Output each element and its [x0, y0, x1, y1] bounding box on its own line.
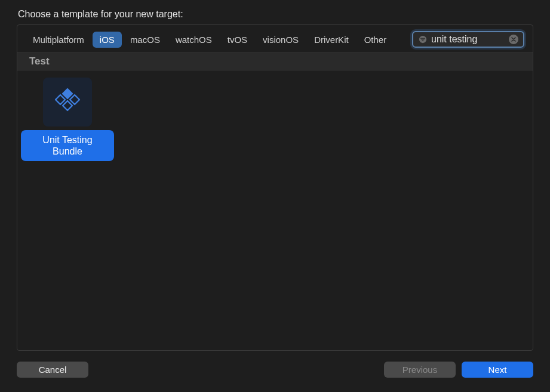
template-label: Unit Testing Bundle: [21, 130, 114, 161]
templates-area: Unit Testing Bundle: [17, 70, 533, 350]
tab-tvos[interactable]: tvOS: [220, 32, 254, 48]
dialog-title: Choose a template for your new target:: [0, 0, 550, 24]
template-icon-box: [43, 78, 92, 126]
previous-button: Previous: [384, 362, 456, 378]
section-header-label: Test: [29, 55, 50, 67]
next-button[interactable]: Next: [462, 362, 533, 378]
search-field-container: [412, 31, 524, 48]
footer: Cancel Previous Next: [0, 351, 550, 392]
template-chooser-dialog: Choose a template for your new target: M…: [0, 0, 550, 392]
template-unit-testing-bundle[interactable]: Unit Testing Bundle: [21, 78, 114, 161]
search-input[interactable]: [431, 34, 506, 45]
cancel-button[interactable]: Cancel: [17, 362, 88, 378]
tab-other[interactable]: Other: [357, 32, 394, 48]
tab-multiplatform[interactable]: Multiplatform: [26, 32, 91, 48]
diamond-grid-icon: [53, 87, 82, 118]
platform-tabs: Multiplatform iOS macOS watchOS tvOS vis…: [26, 32, 412, 48]
tab-watchos[interactable]: watchOS: [168, 32, 219, 48]
toolbar: Multiplatform iOS macOS watchOS tvOS vis…: [17, 25, 533, 53]
section-header: Test: [17, 53, 533, 70]
tab-macos[interactable]: macOS: [123, 32, 167, 48]
content-panel: Multiplatform iOS macOS watchOS tvOS vis…: [17, 24, 533, 351]
filter-icon: [418, 35, 428, 44]
tab-ios[interactable]: iOS: [93, 32, 122, 48]
tab-driverkit[interactable]: DriverKit: [307, 32, 356, 48]
clear-search-icon[interactable]: [509, 35, 518, 44]
tab-visionos[interactable]: visionOS: [256, 32, 306, 48]
